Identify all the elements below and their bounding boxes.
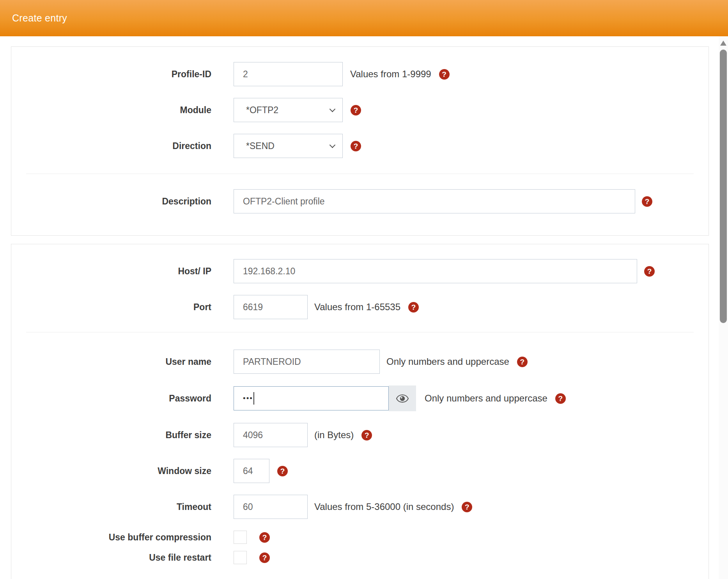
scrollbar-track[interactable] bbox=[719, 36, 728, 579]
form-area: Profile-ID Values from 1-9999 ? Module *… bbox=[11, 46, 709, 579]
field-row-description: Description ? bbox=[11, 189, 709, 213]
scroll-up-icon[interactable] bbox=[720, 41, 726, 46]
user-name-help-icon[interactable]: ? bbox=[517, 357, 528, 367]
user-name-input[interactable] bbox=[234, 350, 380, 374]
chevron-down-icon bbox=[329, 142, 336, 148]
use-buffer-compression-label: Use buffer compression bbox=[11, 532, 234, 543]
module-help-icon[interactable]: ? bbox=[351, 105, 361, 115]
module-label: Module bbox=[11, 105, 234, 115]
field-row-port: Port Values from 1-65535 ? bbox=[11, 295, 709, 319]
password-help-icon[interactable]: ? bbox=[555, 393, 566, 404]
description-help-icon[interactable]: ? bbox=[642, 196, 652, 207]
section-divider bbox=[26, 332, 694, 332]
page-header: Create entry bbox=[0, 0, 728, 36]
description-input[interactable] bbox=[234, 189, 635, 213]
password-hint: Only numbers and uppercase bbox=[425, 393, 547, 404]
host-input[interactable] bbox=[234, 259, 637, 283]
direction-select-value: *SEND bbox=[246, 141, 275, 151]
direction-select[interactable]: *SEND bbox=[234, 134, 343, 158]
user-name-hint: Only numbers and uppercase bbox=[386, 356, 509, 367]
field-row-use-file-restart: Use file restart ? bbox=[11, 551, 709, 564]
field-row-use-buffer-compression: Use buffer compression ? bbox=[11, 531, 709, 544]
field-row-password: Password ••• Only numbers and uppercase … bbox=[11, 385, 709, 411]
field-row-profile-id: Profile-ID Values from 1-9999 ? bbox=[11, 62, 709, 86]
page-title: Create entry bbox=[12, 12, 67, 24]
toggle-password-visibility-button[interactable] bbox=[389, 385, 416, 411]
use-file-restart-help-icon[interactable]: ? bbox=[259, 552, 270, 563]
field-row-timeout: Timeout Values from 5-36000 (in seconds)… bbox=[11, 495, 709, 519]
user-name-label: User name bbox=[11, 357, 234, 367]
field-row-user-name: User name Only numbers and uppercase ? bbox=[11, 350, 709, 374]
window-size-help-icon[interactable]: ? bbox=[277, 466, 288, 476]
use-file-restart-label: Use file restart bbox=[11, 552, 234, 563]
field-row-host: Host/ IP ? bbox=[11, 259, 709, 283]
timeout-label: Timeout bbox=[11, 502, 234, 512]
timeout-hint: Values from 5-36000 (in seconds) bbox=[314, 501, 454, 512]
direction-help-icon[interactable]: ? bbox=[351, 141, 361, 151]
port-label: Port bbox=[11, 302, 234, 313]
window-size-input[interactable] bbox=[234, 459, 269, 483]
timeout-input[interactable] bbox=[234, 495, 308, 519]
use-buffer-compression-checkbox[interactable] bbox=[234, 531, 247, 544]
port-hint: Values from 1-65535 bbox=[314, 302, 400, 313]
profile-id-hint: Values from 1-9999 bbox=[350, 69, 431, 80]
password-label: Password bbox=[11, 393, 234, 404]
description-label: Description bbox=[11, 196, 234, 207]
field-row-window-size: Window size ? bbox=[11, 459, 709, 483]
profile-id-input[interactable] bbox=[234, 62, 343, 86]
direction-label: Direction bbox=[11, 141, 234, 151]
window-size-label: Window size bbox=[11, 466, 234, 476]
port-help-icon[interactable]: ? bbox=[408, 302, 419, 313]
field-row-module: Module *OFTP2 ? bbox=[11, 98, 709, 122]
text-caret bbox=[253, 392, 254, 405]
field-row-direction: Direction *SEND ? bbox=[11, 134, 709, 158]
module-select-value: *OFTP2 bbox=[246, 105, 278, 115]
eye-icon bbox=[396, 394, 409, 403]
use-buffer-compression-help-icon[interactable]: ? bbox=[259, 532, 270, 543]
profile-id-help-icon[interactable]: ? bbox=[439, 69, 450, 80]
password-input[interactable]: ••• bbox=[234, 386, 389, 410]
password-masked-value: ••• bbox=[243, 394, 253, 403]
buffer-size-label: Buffer size bbox=[11, 430, 234, 440]
use-file-restart-checkbox[interactable] bbox=[234, 551, 247, 564]
timeout-help-icon[interactable]: ? bbox=[462, 502, 472, 512]
card-connection: Host/ IP ? Port Values from 1-65535 ? Us… bbox=[11, 244, 709, 579]
port-input[interactable] bbox=[234, 295, 308, 319]
host-label: Host/ IP bbox=[11, 266, 234, 277]
profile-id-label: Profile-ID bbox=[11, 69, 234, 80]
buffer-size-hint: (in Bytes) bbox=[314, 430, 354, 440]
section-divider bbox=[26, 174, 694, 174]
chevron-down-icon bbox=[329, 106, 336, 112]
buffer-size-input[interactable] bbox=[234, 423, 308, 447]
buffer-size-help-icon[interactable]: ? bbox=[361, 430, 372, 440]
scrollbar-thumb[interactable] bbox=[720, 50, 727, 323]
card-general: Profile-ID Values from 1-9999 ? Module *… bbox=[11, 46, 709, 236]
module-select[interactable]: *OFTP2 bbox=[234, 98, 343, 122]
host-help-icon[interactable]: ? bbox=[644, 266, 655, 277]
field-row-buffer-size: Buffer size (in Bytes) ? bbox=[11, 423, 709, 447]
